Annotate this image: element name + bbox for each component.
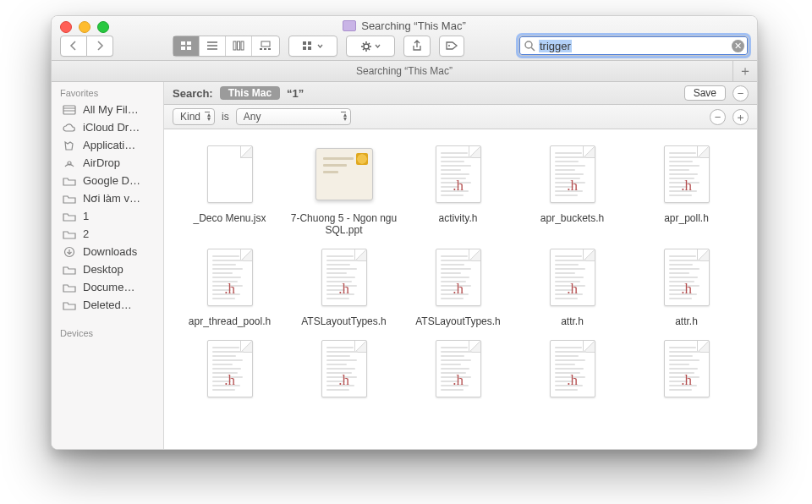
sidebar-item-label: 1	[83, 210, 89, 222]
file-thumbnail-header: .h	[321, 249, 367, 306]
path-label: Searching “This Mac”	[356, 65, 453, 77]
file-item[interactable]: .h	[287, 336, 401, 407]
file-thumbnail-header: .h	[436, 145, 481, 203]
file-item[interactable]: .hapr_thread_pool.h	[173, 244, 287, 327]
view-gallery-button[interactable]	[251, 36, 279, 56]
share-button[interactable]	[403, 36, 431, 57]
file-item[interactable]: .h	[515, 336, 629, 407]
file-item[interactable]: 7-Chuong 5 - Ngon ngu SQL.ppt	[287, 141, 401, 236]
airdrop-icon	[62, 157, 77, 169]
filter-value-select[interactable]: Any ▴▾	[236, 108, 351, 125]
file-thumbnail-header: .h	[664, 340, 710, 397]
sidebar-item-documents[interactable]: Docume…	[52, 278, 163, 296]
file-thumbnail-header: .h	[436, 340, 481, 397]
sidebar-item-label: Applicati…	[83, 139, 135, 151]
window-title-text: Searching “This Mac”	[361, 19, 466, 32]
sidebar-section-favorites: Favorites	[52, 82, 163, 101]
svg-rect-10	[264, 48, 266, 50]
file-item[interactable]: .hapr_poll.h	[629, 141, 743, 236]
back-button[interactable]	[60, 36, 87, 57]
file-item[interactable]: .hattr.h	[515, 244, 629, 327]
sidebar-item-folder-1[interactable]: 1	[52, 207, 163, 225]
svg-rect-13	[308, 41, 311, 45]
file-item[interactable]: .hactivity.h	[401, 141, 515, 236]
sidebar-item-deleted[interactable]: Deleted…	[52, 296, 163, 314]
sidebar-item-label: 2	[83, 227, 89, 240]
scope-this-mac[interactable]: This Mac	[220, 86, 280, 100]
sidebar-item-label: Nơi làm v…	[83, 192, 140, 205]
remove-filter-button[interactable]: −	[710, 109, 726, 125]
file-item[interactable]: .hapr_buckets.h	[515, 141, 629, 236]
file-item[interactable]: .hATSLayoutTypes.h	[287, 244, 401, 327]
share-icon	[412, 40, 422, 52]
applications-icon	[62, 140, 77, 151]
sidebar-item-all-my-files[interactable]: All My Fil…	[52, 101, 163, 118]
scope-current-folder[interactable]: “1”	[287, 87, 304, 100]
new-tab-button[interactable]: ＋	[732, 61, 757, 81]
file-thumbnail-header: .h	[207, 340, 253, 397]
file-grid: _Deco Menu.jsx7-Chuong 5 - Ngon ngu SQL.…	[164, 129, 757, 450]
file-item[interactable]: .h	[629, 336, 743, 407]
view-list-button[interactable]	[199, 36, 225, 56]
sidebar-item-applications[interactable]: Applicati…	[52, 136, 163, 154]
save-search-button[interactable]: Save	[684, 85, 726, 101]
sidebar: Favorites All My Fil… iCloud Dr… Applica…	[52, 82, 164, 450]
file-thumbnail-generic	[207, 145, 253, 203]
main-content: Search: This Mac “1” Save − Kind ▴▾ is A…	[164, 82, 757, 450]
file-item[interactable]: .hattr.h	[629, 244, 743, 327]
filter-attribute-select[interactable]: Kind ▴▾	[173, 108, 215, 125]
sidebar-item-airdrop[interactable]: AirDrop	[52, 154, 163, 172]
search-label: Search:	[173, 87, 213, 100]
file-item[interactable]: .h	[173, 336, 287, 407]
action-dropdown[interactable]	[346, 36, 395, 57]
search-text: trigger	[539, 40, 732, 52]
view-icon-button[interactable]	[173, 36, 199, 56]
file-item[interactable]: .h	[401, 336, 515, 407]
finder-window: Searching “This Mac”	[51, 15, 758, 450]
view-mode-switcher	[173, 36, 280, 57]
svg-point-16	[364, 44, 369, 49]
filter-is-label: is	[222, 111, 229, 123]
tags-button[interactable]	[439, 36, 464, 57]
file-thumbnail-header: .h	[550, 340, 595, 397]
svg-rect-15	[308, 47, 311, 50]
sidebar-item-folder-2[interactable]: 2	[52, 225, 163, 243]
sidebar-item-label: Deleted…	[83, 299, 132, 311]
add-filter-button[interactable]: ＋	[732, 109, 749, 125]
view-columns-button[interactable]	[225, 36, 251, 56]
file-name: apr_poll.h	[664, 212, 709, 224]
file-name: activity.h	[439, 212, 478, 224]
folder-icon	[62, 211, 77, 222]
toolbar: trigger ✕	[60, 35, 749, 57]
file-name: ATSLayoutTypes.h	[301, 315, 387, 327]
svg-point-17	[448, 45, 450, 47]
all-my-files-icon	[62, 104, 77, 116]
sidebar-item-label: Desktop	[83, 263, 123, 276]
sidebar-item-google-drive[interactable]: Google D…	[52, 172, 163, 189]
remove-criteria-button[interactable]: −	[732, 85, 749, 101]
sidebar-item-workplace[interactable]: Nơi làm v…	[52, 189, 163, 207]
svg-rect-20	[63, 106, 75, 114]
folder-icon	[62, 282, 77, 293]
file-thumbnail-header: .h	[436, 249, 481, 306]
sidebar-item-downloads[interactable]: Downloads	[52, 243, 163, 260]
file-name: attr.h	[561, 315, 584, 327]
svg-line-19	[531, 47, 535, 51]
search-input[interactable]: trigger ✕	[518, 36, 749, 56]
file-item[interactable]: .hATSLayoutTypes.h	[401, 244, 515, 327]
svg-rect-5	[233, 41, 236, 50]
arrange-dropdown[interactable]	[288, 36, 337, 57]
clear-search-button[interactable]: ✕	[732, 40, 744, 52]
forward-button[interactable]	[87, 36, 113, 57]
sidebar-item-icloud[interactable]: iCloud Dr…	[52, 118, 163, 136]
svg-rect-14	[303, 47, 306, 50]
svg-rect-3	[181, 47, 185, 50]
gear-icon	[360, 41, 372, 52]
file-item[interactable]: _Deco Menu.jsx	[173, 141, 287, 236]
chevron-down-icon	[317, 44, 323, 48]
sidebar-item-desktop[interactable]: Desktop	[52, 260, 163, 278]
file-name: ATSLayoutTypes.h	[415, 315, 501, 327]
svg-rect-4	[187, 47, 191, 50]
search-icon	[524, 41, 535, 52]
file-thumbnail-ppt	[315, 148, 373, 200]
